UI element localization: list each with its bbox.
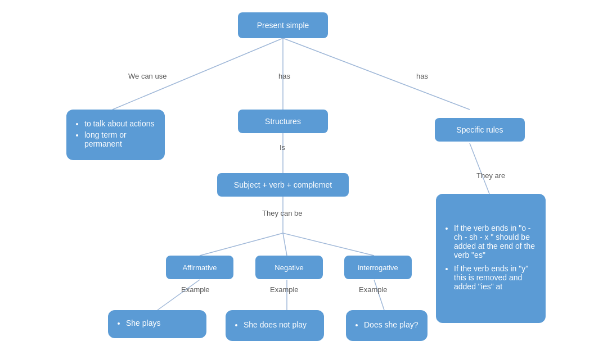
- she-plays-box: She plays: [108, 310, 206, 338]
- rule-2: If the verb ends in "y" this is removed …: [454, 264, 537, 291]
- use-item-2: long term or permanent: [84, 130, 156, 148]
- present-simple-node: Present simple: [238, 12, 328, 38]
- does-she-item: Does she play?: [364, 320, 418, 329]
- example-2-label: Example: [270, 285, 299, 294]
- svg-line-5: [200, 233, 283, 256]
- present-simple-label: Present simple: [257, 21, 309, 30]
- has-right-label: has: [416, 72, 428, 80]
- we-can-use-label: We can use: [128, 72, 166, 80]
- svg-line-10: [374, 280, 384, 310]
- interrogative-label: interrogative: [358, 263, 398, 272]
- example-1-label: Example: [181, 285, 210, 294]
- negative-node: Negative: [255, 256, 323, 279]
- negative-label: Negative: [274, 263, 303, 272]
- affirmative-label: Affirmative: [182, 263, 217, 272]
- use-item-1: to talk about actions: [84, 119, 156, 128]
- specific-rules-label: Specific rules: [456, 125, 503, 134]
- she-plays-item: She plays: [126, 319, 160, 327]
- subject-verb-node: Subject + verb + complemet: [217, 173, 349, 197]
- she-does-not-box: She does not play: [226, 310, 324, 341]
- she-does-not-item: She does not play: [244, 320, 307, 329]
- svg-line-11: [470, 143, 489, 194]
- affirmative-node: Affirmative: [166, 256, 233, 279]
- svg-line-8: [158, 280, 200, 310]
- svg-line-2: [283, 38, 470, 110]
- they-can-be-label: They can be: [262, 209, 303, 217]
- has-left-label: has: [278, 72, 290, 80]
- specific-rules-box: If the verb ends in "o - ch - sh - x " s…: [436, 194, 546, 323]
- interrogative-node: interrogative: [344, 256, 412, 279]
- specific-rules-node: Specific rules: [435, 118, 525, 142]
- rule-1: If the verb ends in "o - ch - sh - x " s…: [454, 224, 537, 260]
- svg-line-6: [283, 233, 287, 256]
- they-are-label: They are: [476, 171, 505, 180]
- structures-node: Structures: [238, 110, 328, 133]
- is-label: Is: [280, 143, 285, 152]
- subject-verb-label: Subject + verb + complemet: [234, 180, 332, 189]
- structures-label: Structures: [265, 117, 301, 126]
- example-3-label: Example: [359, 285, 388, 294]
- svg-line-7: [283, 233, 374, 256]
- does-she-box: Does she play?: [346, 310, 428, 341]
- uses-box: to talk about actions long term or perma…: [66, 110, 165, 160]
